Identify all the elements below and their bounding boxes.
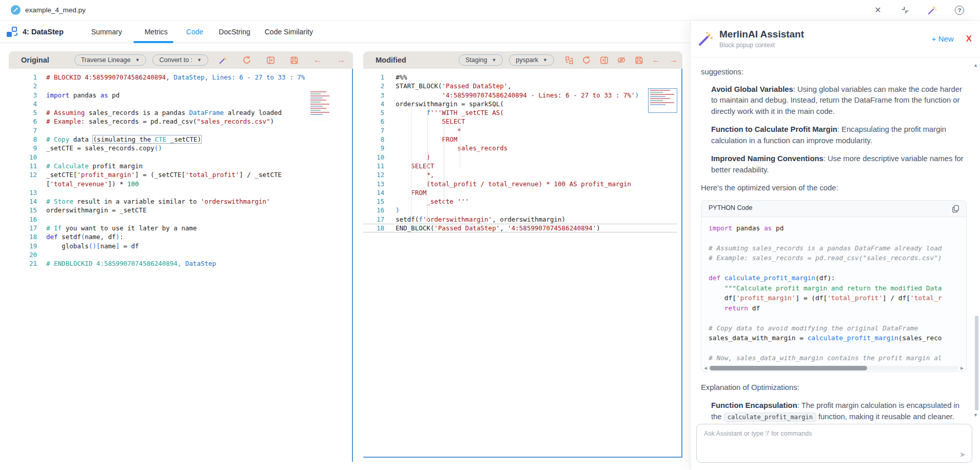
code-card-title: PYTHON Code	[709, 203, 752, 214]
refresh-icon[interactable]	[242, 55, 251, 65]
panel-expand-icon[interactable]	[599, 55, 609, 65]
hide-icon[interactable]	[617, 55, 626, 65]
highlight-box: (simulating the CTE _setCTE)	[92, 135, 202, 144]
code-line: 9 sales_records	[363, 144, 682, 152]
code-line: import pandas as pd	[709, 223, 966, 233]
code-line: 5# Assuming sales_records is a pandas Da…	[9, 108, 353, 117]
hscroll-thumb[interactable]	[710, 366, 867, 370]
original-panel-title: Original	[21, 56, 49, 64]
tab-summary[interactable]: Summary	[91, 28, 122, 36]
code-line: 1# BLOCKID 4:5859907074586240894, DataSt…	[9, 73, 353, 82]
assistant-sidebar: MerlinAI Assistant Block popup context +…	[690, 21, 980, 470]
send-icon[interactable]: ➤	[959, 450, 966, 459]
arrow-left-icon[interactable]: ←	[313, 55, 322, 65]
code-line: def calculate_profit_margin(df):	[709, 273, 966, 283]
scroll-up-icon[interactable]: ▲	[973, 63, 978, 68]
magic-wand-icon[interactable]	[927, 5, 937, 15]
assistant-chat-input[interactable]: Ask Assistant or type '/' for commands ➤	[696, 424, 972, 463]
code-line: 5 f'''WITH _setCTE AS(	[363, 108, 682, 117]
code-line: 10	[9, 153, 353, 162]
save-icon[interactable]	[289, 55, 299, 65]
chat-placeholder: Ask Assistant or type '/' for commands	[704, 430, 812, 437]
code-line: 16)	[363, 206, 682, 214]
copy-icon[interactable]	[951, 204, 960, 213]
code-line: 8 FROM	[363, 135, 682, 144]
refresh-icon[interactable]	[582, 55, 591, 65]
code-line: df['profit_margin'] = (df['total_profit'…	[709, 293, 966, 303]
traverse-lineage-button[interactable]: Traverse Lineage ▼	[74, 54, 147, 66]
assistant-messages[interactable]: suggestions: Avoid Global Variables: Usi…	[691, 57, 980, 426]
sidebar-vscroll-thumb[interactable]	[975, 316, 978, 410]
code-line: 3 '4:5859907074586240894 - Lines: 6 - 27…	[363, 91, 682, 100]
scroll-left-icon[interactable]: ◀	[702, 363, 709, 372]
arrow-left-icon[interactable]: ←	[652, 55, 661, 65]
code-line: 17# If you want to use it later by a nam…	[9, 224, 353, 232]
window-titlebar: example_4_med.py ✕ ?	[0, 0, 980, 21]
modified-code-area[interactable]: 1#%%2START_BLOCK('Passed DataStep',3 '4:…	[363, 69, 682, 457]
explanation-item: Function Encapsulation: The profit margi…	[711, 400, 967, 423]
block-swap-icon[interactable]	[564, 55, 574, 65]
code-line: 1#%%	[363, 73, 682, 82]
original-panel-right-border	[352, 69, 353, 462]
modified-panel-header: Modified Staging ▼ pyspark ▼	[363, 51, 682, 69]
staging-dropdown[interactable]: Staging ▼	[459, 54, 503, 66]
file-title: example_4_med.py	[25, 6, 86, 14]
modified-panel-bottom-border	[363, 457, 682, 458]
suggestion-item: Avoid Global Variables: Using global var…	[711, 84, 967, 118]
modified-minimap[interactable]	[648, 88, 677, 113]
app-icon	[11, 5, 21, 15]
close-assistant-button[interactable]: X	[966, 34, 972, 44]
block-label: 4: DataStep	[23, 28, 64, 36]
code-line: 13	[9, 188, 353, 197]
python-code-card: PYTHON Code import pandas as pd# Assumin…	[701, 200, 967, 372]
scroll-down-icon[interactable]: ▼	[973, 413, 978, 418]
explanation-title: Explanation of Optimizations:	[701, 382, 967, 394]
suggestions-intro: suggestions:	[701, 67, 967, 78]
assistant-title: MerlinAI Assistant	[719, 29, 804, 40]
collapse-icon[interactable]	[900, 5, 910, 15]
code-line: 3import pandas as pd	[9, 91, 353, 100]
code-line: 18def setdf(name, df):	[9, 232, 353, 241]
tab-docstring[interactable]: DocString	[219, 28, 250, 36]
code-line: 6# Example: sales_records = pd.read_csv(…	[9, 117, 353, 126]
original-minimap[interactable]	[309, 90, 331, 122]
panel-collapse-icon[interactable]	[266, 55, 275, 65]
code-line: 17setdf(f'orderswithmargin', orderswithm…	[363, 215, 682, 224]
tab-code-similarity[interactable]: Code Similarity	[265, 28, 313, 36]
arrow-right-icon[interactable]: →	[337, 55, 346, 65]
code-line: # Now, sales_data_with_margin contains t…	[709, 353, 966, 363]
new-chat-button[interactable]: + New	[932, 34, 954, 43]
language-dropdown[interactable]: pyspark ▼	[509, 54, 554, 66]
assistant-header: MerlinAI Assistant Block popup context +…	[691, 21, 980, 57]
suggestion-item: Improved Naming Conventions: Use more de…	[711, 153, 967, 175]
original-panel-header: Original Traverse Lineage ▼ Convert to :…	[9, 51, 353, 69]
code-line	[709, 263, 966, 273]
suggestion-item: Function to Calculate Profit Margin: Enc…	[711, 124, 967, 146]
tab-code[interactable]: Code	[186, 28, 203, 36]
chevron-down-icon: ▼	[543, 57, 547, 63]
inline-code-chip: calculate_profit_margin	[724, 413, 816, 422]
optimized-code-intro: Here's the optimized version of the code…	[701, 183, 967, 194]
convert-to-button[interactable]: Convert to : ▼	[152, 54, 208, 66]
modified-panel-title: Modified	[376, 56, 406, 64]
tab-metrics[interactable]: Metrics	[145, 28, 168, 36]
code-line: 18END_BLOCK('Passed DataStep', '4:585990…	[363, 224, 677, 232]
modified-editor-panel: Modified Staging ▼ pyspark ▼	[363, 51, 682, 458]
code-card-hscrollbar[interactable]: ◀ ▶	[701, 365, 966, 371]
datastep-block-icon	[6, 26, 17, 37]
close-icon[interactable]: ✕	[873, 5, 883, 15]
original-editor-panel: Original Traverse Lineage ▼ Convert to :…	[9, 51, 353, 462]
block-tabbar: 4: DataStep Summary Metrics Code DocStri…	[0, 21, 690, 43]
code-line: 4	[9, 100, 353, 108]
magic-wand-icon	[697, 30, 714, 48]
magic-wand-icon[interactable]	[219, 55, 228, 65]
code-line: 20	[9, 250, 353, 259]
chevron-down-icon: ▼	[492, 57, 496, 63]
save-icon[interactable]	[634, 55, 643, 65]
code-line: # Example: sales_records = pd.read_csv("…	[709, 253, 966, 263]
scroll-right-icon[interactable]: ▶	[959, 363, 965, 372]
arrow-right-icon[interactable]: →	[669, 55, 678, 65]
code-line: 15orderswithmargin = _setCTE	[9, 206, 353, 214]
original-code-area[interactable]: 1# BLOCKID 4:5859907074586240894, DataSt…	[9, 69, 353, 462]
help-icon[interactable]: ?	[954, 5, 965, 15]
